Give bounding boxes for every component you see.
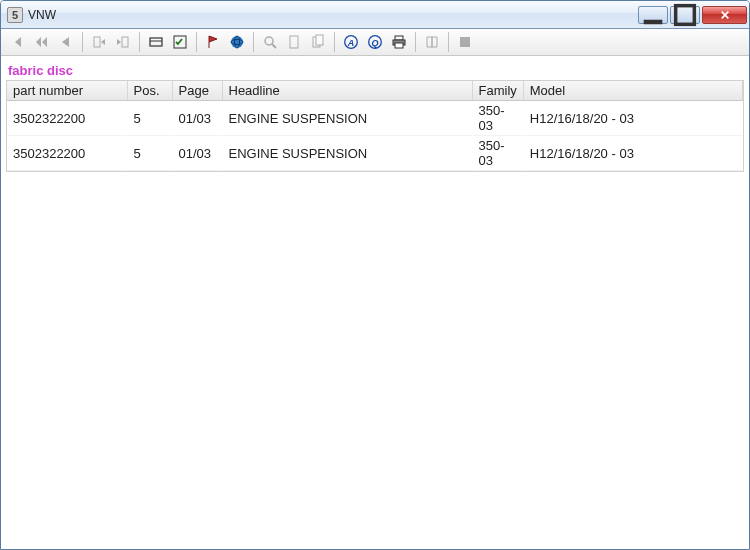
cell-pos: 5	[127, 101, 172, 136]
app-icon: 5	[7, 7, 23, 23]
svg-rect-21	[395, 36, 403, 40]
zoom-button[interactable]	[259, 31, 281, 53]
svg-rect-23	[395, 43, 403, 48]
card-button[interactable]	[145, 31, 167, 53]
globe-button[interactable]	[226, 31, 248, 53]
cell-page: 01/03	[172, 136, 222, 171]
col-headline[interactable]: Headline	[222, 81, 472, 101]
maximize-button[interactable]	[670, 6, 700, 24]
col-page[interactable]: Page	[172, 81, 222, 101]
toolbar-separator	[448, 32, 449, 52]
book-button[interactable]	[421, 31, 443, 53]
svg-rect-1	[676, 5, 695, 24]
page2-button[interactable]	[307, 31, 329, 53]
close-icon	[719, 10, 731, 20]
svg-rect-6	[150, 38, 162, 46]
results-table-wrap: part number Pos. Page Headline Family Mo…	[6, 80, 744, 172]
minimize-icon	[639, 1, 667, 29]
cell-part: 3502322200	[7, 101, 127, 136]
svg-text:A: A	[347, 38, 355, 48]
svg-rect-24	[460, 37, 470, 47]
results-table: part number Pos. Page Headline Family Mo…	[7, 81, 743, 171]
table-row[interactable]: 3502322200501/03ENGINE SUSPENSION350-03H…	[7, 101, 743, 136]
cell-headline[interactable]: ENGINE SUSPENSION	[222, 136, 472, 171]
titlebar[interactable]: 5 VNW	[1, 1, 749, 29]
app-window: 5 VNW A Q	[0, 0, 750, 550]
svg-text:Q: Q	[371, 38, 378, 48]
stop-button[interactable]	[454, 31, 476, 53]
letter-a-button[interactable]: A	[340, 31, 362, 53]
print-button[interactable]	[388, 31, 410, 53]
window-title: VNW	[28, 8, 638, 22]
svg-line-13	[272, 44, 276, 48]
header-row: part number Pos. Page Headline Family Mo…	[7, 81, 743, 101]
svg-rect-16	[316, 35, 323, 45]
toolbar-separator	[415, 32, 416, 52]
cell-family: 350-03	[472, 136, 523, 171]
col-part-number[interactable]: part number	[7, 81, 127, 101]
col-family[interactable]: Family	[472, 81, 523, 101]
toolbar-separator	[196, 32, 197, 52]
toolbar-separator	[139, 32, 140, 52]
cell-model: H12/16/18/20 - 03	[523, 136, 742, 171]
page1-button[interactable]	[283, 31, 305, 53]
cell-part: 3502322200	[7, 136, 127, 171]
col-pos[interactable]: Pos.	[127, 81, 172, 101]
toolbar-separator	[82, 32, 83, 52]
toolbar-separator	[253, 32, 254, 52]
flag-button[interactable]	[202, 31, 224, 53]
svg-rect-14	[290, 36, 298, 48]
cell-family: 350-03	[472, 101, 523, 136]
nav-first-button[interactable]	[7, 31, 29, 53]
record-prev-button[interactable]	[88, 31, 110, 53]
cell-headline[interactable]: ENGINE SUSPENSION	[222, 101, 472, 136]
nav-prev-fast-button[interactable]	[31, 31, 53, 53]
cell-pos: 5	[127, 136, 172, 171]
cell-model: H12/16/18/20 - 03	[523, 101, 742, 136]
svg-rect-5	[122, 37, 128, 47]
svg-rect-4	[94, 37, 100, 47]
content-area: fabric disc part number Pos. Page Headli…	[1, 56, 749, 549]
table-row[interactable]: 3502322200501/03ENGINE SUSPENSION350-03H…	[7, 136, 743, 171]
minimize-button[interactable]	[638, 6, 668, 24]
cell-page: 01/03	[172, 101, 222, 136]
col-model[interactable]: Model	[523, 81, 742, 101]
toolbar: A Q	[1, 29, 749, 56]
close-button[interactable]	[702, 6, 747, 24]
svg-point-9	[231, 36, 243, 48]
filter-label: fabric disc	[8, 63, 744, 78]
record-next-button[interactable]	[112, 31, 134, 53]
letter-q-button[interactable]: Q	[364, 31, 386, 53]
maximize-icon	[671, 1, 699, 29]
checklist-button[interactable]	[169, 31, 191, 53]
nav-prev-button[interactable]	[55, 31, 77, 53]
svg-point-12	[265, 37, 273, 45]
toolbar-separator	[334, 32, 335, 52]
